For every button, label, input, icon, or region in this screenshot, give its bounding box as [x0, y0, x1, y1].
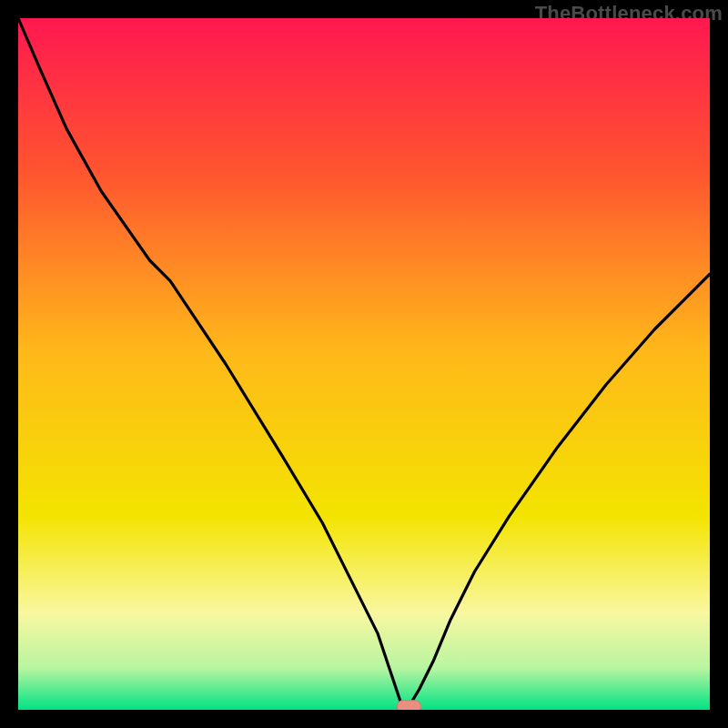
chart-frame: TheBottleneck.com: [0, 0, 728, 728]
bottleneck-chart: [18, 18, 710, 710]
optimal-point-marker: [397, 701, 420, 710]
